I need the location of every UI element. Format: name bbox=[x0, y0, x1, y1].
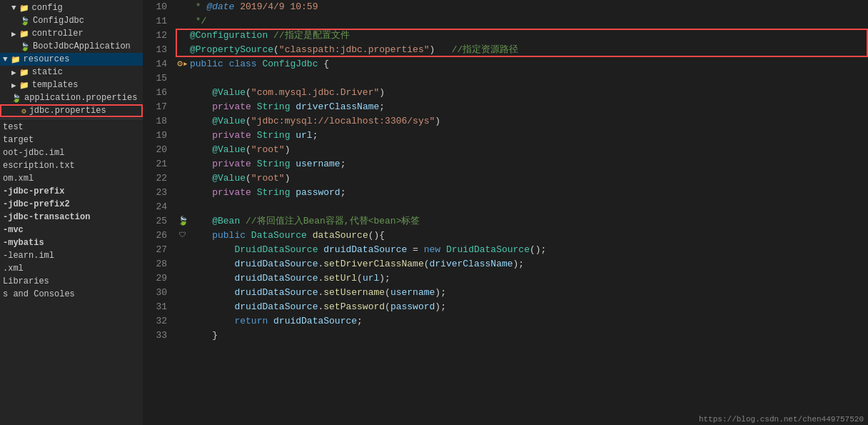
line-num-16: 16 bbox=[143, 86, 167, 100]
line-num-33: 33 bbox=[143, 329, 167, 343]
sidebar-item-label: target bbox=[3, 135, 34, 145]
sidebar-item-label: Libraries bbox=[3, 276, 49, 286]
sidebar-item-jdbc-prefix[interactable]: -jdbc-prefix bbox=[0, 185, 143, 198]
sidebar-item-label: test bbox=[3, 122, 24, 132]
code-line-14: ⚙▸ public class ConfigJdbc { bbox=[176, 57, 868, 71]
line-26-text: public DataSource dataSource(){ bbox=[190, 229, 385, 243]
line-11-text: */ bbox=[190, 14, 206, 29]
line-10-text: * @date 2019/4/9 10:59 bbox=[190, 0, 318, 14]
code-line-28: druidDataSource.setDriverClassName(drive… bbox=[176, 257, 868, 271]
sidebar-item-label: .xml bbox=[3, 264, 24, 274]
code-line-17: private String driverClassName; bbox=[176, 100, 868, 114]
line-19-text: private String url; bbox=[190, 129, 318, 143]
folder-icon: 📁 bbox=[19, 68, 29, 77]
sidebar-item-label: om.xml bbox=[3, 174, 34, 184]
folder-icon: 📁 bbox=[19, 29, 29, 39]
line-num-11: 11 bbox=[143, 14, 167, 29]
sidebar-item-desc[interactable]: escription.txt bbox=[0, 159, 143, 172]
line-numbers: 10 11 12 13 14 15 16 17 18 19 20 21 22 2… bbox=[143, 0, 173, 425]
line-12-text: @Configuration //指定是配置文件 bbox=[190, 29, 350, 43]
line-num-28: 28 bbox=[143, 257, 167, 271]
sidebar-item-label: escription.txt bbox=[3, 161, 75, 171]
sidebar-item-bootjdbc[interactable]: 🍃 BootJdbcApplication bbox=[0, 40, 143, 53]
code-line-30: druidDataSource.setUsername(username); bbox=[176, 286, 868, 300]
line-num-32: 32 bbox=[143, 314, 167, 329]
line-30-text: druidDataSource.setUsername(username); bbox=[190, 286, 446, 300]
sidebar-item-iml[interactable]: oot-jdbc.iml bbox=[0, 146, 143, 159]
code-line-12: @Configuration //指定是配置文件 bbox=[176, 29, 868, 43]
line-13-text: @PropertySource("classpath:jdbc.properti… bbox=[190, 43, 518, 57]
sidebar-item-controller[interactable]: ▶ 📁 controller bbox=[0, 27, 143, 40]
line-num-24: 24 bbox=[143, 200, 167, 214]
code-line-11: */ bbox=[176, 14, 868, 29]
folder-icon: 📁 bbox=[11, 55, 21, 64]
code-line-22: @Value("root") bbox=[176, 171, 868, 186]
sidebar-item-pom[interactable]: om.xml bbox=[0, 172, 143, 185]
sidebar-item-learn-iml[interactable]: -learn.iml bbox=[0, 249, 143, 262]
sidebar-item-label: jdbc.properties bbox=[29, 106, 106, 116]
code-line-29: druidDataSource.setUrl(url); bbox=[176, 271, 868, 286]
line-num-26: 26 bbox=[143, 229, 167, 243]
line-32-text: return druidDataSource; bbox=[190, 314, 363, 329]
sidebar-item-label: -learn.iml bbox=[3, 251, 54, 261]
sidebar-item-config[interactable]: ▼ 📁 config bbox=[0, 1, 143, 14]
sidebar-item-label: config bbox=[32, 3, 63, 13]
code-line-20: @Value("root") bbox=[176, 143, 868, 157]
line-num-30: 30 bbox=[143, 286, 167, 300]
sidebar-item-mybatis[interactable]: -mybatis bbox=[0, 236, 143, 249]
line-16-text: @Value("com.mysql.jdbc.Driver") bbox=[190, 86, 385, 100]
line-num-20: 20 bbox=[143, 143, 167, 157]
arrow-icon: ▶ bbox=[11, 68, 16, 77]
spring-icon: 🍃 bbox=[20, 16, 30, 26]
code-line-32: return druidDataSource; bbox=[176, 314, 868, 329]
arrow-icon: ▶ bbox=[11, 81, 16, 90]
code-line-21: private String username; bbox=[176, 157, 868, 171]
line-num-29: 29 bbox=[143, 271, 167, 286]
sidebar-item-label: -jdbc-prefix2 bbox=[3, 199, 70, 209]
sidebar-item-mvc[interactable]: -mvc bbox=[0, 224, 143, 236]
line-17-text: private String driverClassName; bbox=[190, 100, 385, 114]
line-num-31: 31 bbox=[143, 300, 167, 314]
sidebar-item-target[interactable]: target bbox=[0, 134, 143, 146]
spring-icon: 🍃 bbox=[20, 42, 30, 51]
code-line-10: * @date 2019/4/9 10:59 bbox=[176, 0, 868, 14]
sidebar-item-jdbc-transaction[interactable]: -jdbc-transaction bbox=[0, 211, 143, 224]
spring-props-icon: 🍃 bbox=[11, 94, 21, 103]
sidebar-item-label: resources bbox=[24, 54, 70, 64]
arrow-icon: ▼ bbox=[11, 4, 16, 12]
sidebar-item-label: ConfigJdbc bbox=[33, 16, 84, 26]
code-line-18: @Value("jdbc:mysql://localhost:3306/sys"… bbox=[176, 114, 868, 129]
sidebar-item-jdbc-prefix2[interactable]: -jdbc-prefix2 bbox=[0, 198, 143, 211]
code-line-13: @PropertySource("classpath:jdbc.properti… bbox=[176, 43, 868, 57]
sidebar-item-label: BootJdbcApplication bbox=[33, 41, 131, 51]
sidebar-item-static[interactable]: ▶ 📁 static bbox=[0, 66, 143, 79]
line-22-text: @Value("root") bbox=[190, 171, 290, 186]
arrow-icon: ▶ bbox=[11, 29, 16, 39]
line-num-23: 23 bbox=[143, 186, 167, 200]
sidebar-item-configjdbc[interactable]: 🍃 ConfigJdbc bbox=[0, 14, 143, 27]
sidebar-item-libraries[interactable]: Libraries bbox=[0, 275, 143, 288]
line-num-15: 15 bbox=[143, 71, 167, 86]
sidebar-item-consoles[interactable]: s and Consoles bbox=[0, 288, 143, 301]
sidebar-item-label: -mvc bbox=[3, 225, 24, 235]
file-tree[interactable]: ▼ 📁 config 🍃 ConfigJdbc ▶ 📁 controller 🍃… bbox=[0, 0, 143, 425]
sidebar-item-test[interactable]: test bbox=[0, 121, 143, 134]
code-content[interactable]: * @date 2019/4/9 10:59 */ @Configuration… bbox=[173, 0, 868, 425]
folder-icon: 📁 bbox=[19, 4, 29, 13]
sidebar-item-jdbc-props[interactable]: ⚙️ jdbc.properties bbox=[0, 104, 143, 117]
sidebar-item-app-props[interactable]: 🍃 application.properties bbox=[0, 91, 143, 104]
sidebar-item-templates[interactable]: ▶ 📁 templates bbox=[0, 79, 143, 91]
gutter-25: 🍃 bbox=[176, 214, 190, 229]
code-line-16: @Value("com.mysql.jdbc.Driver") bbox=[176, 86, 868, 100]
line-num-10: 10 bbox=[143, 0, 167, 14]
code-line-27: DruidDataSource druidDataSource = new Dr… bbox=[176, 243, 868, 257]
code-line-26: 🛡 public DataSource dataSource(){ bbox=[176, 229, 868, 243]
line-31-text: druidDataSource.setPassword(password); bbox=[190, 300, 446, 314]
line-num-22: 22 bbox=[143, 171, 167, 186]
sidebar-item-resources[interactable]: ▼ 📁 resources bbox=[0, 53, 143, 66]
line-num-27: 27 bbox=[143, 243, 167, 257]
line-14-text: public class ConfigJdbc { bbox=[190, 57, 329, 71]
line-num-18: 18 bbox=[143, 114, 167, 129]
code-line-24 bbox=[176, 200, 868, 214]
sidebar-item-xml2[interactable]: .xml bbox=[0, 262, 143, 275]
